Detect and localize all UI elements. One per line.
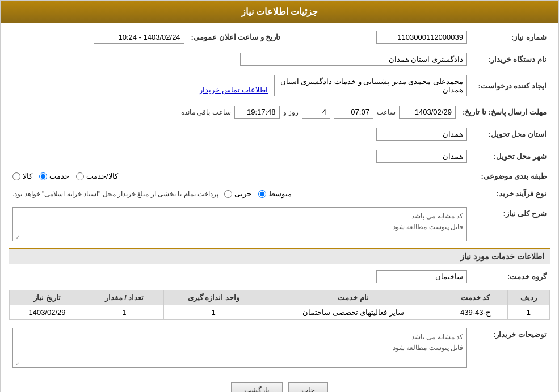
process-motavasset-radio[interactable] (258, 190, 266, 198)
tabaqe-kala-khedmat-radio[interactable] (76, 172, 84, 180)
cell-naam: سایر فعالیتهای تخصصی ساختمان (263, 305, 443, 320)
tozihat-resize-corner: ↙ (14, 360, 20, 366)
chap-button[interactable]: چاپ (288, 382, 328, 392)
mohlat-time-label: ساعت (377, 108, 396, 116)
resize-corner: ↙ (14, 234, 20, 239)
sharh-cell: کد مشابه می باشد فایل پیوست مطالعه شود ↙ (9, 205, 470, 243)
col-naam: نام خدمت (263, 290, 443, 305)
tabaqe-kala-radio[interactable] (12, 172, 20, 180)
tozihat-label: توضیحات خریدار: (470, 326, 550, 370)
mohlat-date: 1403/02/29 (399, 106, 456, 119)
services-section-title: اطلاعات خدمات مورد نیاز (9, 248, 550, 264)
table-row: 1 ج-43-439 سایر فعالیتهای تخصصی ساختمان … (10, 305, 550, 320)
cell-tarikh: 1403/02/29 (10, 305, 85, 320)
process-jozii-label: جزیی (234, 189, 251, 198)
process-row: پرداخت تمام یا بخشی از مبلغ خریداز محل "… (12, 189, 467, 198)
info-table-group: گروه خدمت: ساختمان (9, 268, 550, 285)
process-radio-group: جزیی متوسط (224, 189, 292, 198)
shahr-label: شهر محل تحویل: (470, 147, 550, 165)
mohlat-label: مهلت ارسال پاسخ: تا تاریخ: (459, 103, 550, 121)
nam-dastgah-label: نام دستگاه خریدار: (470, 50, 550, 68)
mohlat-remaining: 19:17:48 (234, 106, 280, 119)
tarikh-elan-label: تاریخ و ساعت اعلان عمومی: (188, 28, 292, 46)
mohlat-row: 1403/02/29 ساعت 07:07 4 روز و 19:17:48 س… (12, 106, 456, 119)
tabaqe-kala-label: کالا (23, 172, 32, 180)
page-title: جزئیات اطلاعات نیاز (241, 7, 318, 16)
tozihat-box: کد مشابه می باشد فایل پیوست مطالعه شود ↙ (12, 328, 467, 368)
sharh-line2: فایل پیوست مطالعه شود (16, 222, 463, 233)
ijad-konande-cell: محمدعلی محمدی مدیر پشتیبانی و خدمات دادگ… (9, 73, 470, 99)
nam-dastgah-cell: دادگستری استان همدان (9, 50, 470, 68)
info-table-tozihat: توضیحات خریدار: کد مشابه می باشد فایل پی… (9, 326, 550, 370)
tabaqe-kala-item: کالا (12, 172, 32, 180)
info-table-1: شماره نیاز: 1103000112000039 تاریخ و ساع… (9, 28, 550, 46)
info-table-6: شهر محل تحویل: همدان (9, 147, 550, 165)
sharh-line1: کد مشابه می باشد (16, 211, 463, 222)
group-service-label: گروه خدمت: (470, 268, 550, 285)
page-header: جزئیات اطلاعات نیاز (1, 1, 558, 23)
cell-tedad: 1 (85, 305, 163, 320)
ijad-konande-label: ایجاد کننده درخواست: (470, 73, 550, 99)
sharh-box: کد مشابه می باشد فایل پیوست مطالعه شود ↙ (12, 207, 467, 241)
col-tarikh: تاریخ نیاز (10, 290, 85, 305)
col-kod: کد خدمت (443, 290, 507, 305)
ostan-value: همدان (376, 128, 467, 141)
services-table: ردیف کد خدمت نام خدمت واحد اندازه گیری ت… (9, 290, 550, 320)
info-table-5: استان محل تحویل: همدان (9, 125, 550, 143)
tabaqe-khedmat-item: خدمت (39, 172, 69, 180)
tozihat-line2: فایل پیوست مطالعه شود (16, 343, 463, 353)
page-wrapper: جزئیات اطلاعات نیاز شماره نیاز: 11030001… (0, 0, 559, 392)
shomara-niaz-cell: 1103000112000039 (292, 28, 470, 46)
sharh-label: شرح کلی نیاز: (470, 205, 550, 243)
info-table-sharh: شرح کلی نیاز: کد مشابه می باشد فایل پیوس… (9, 205, 550, 243)
group-service-cell: ساختمان (9, 268, 470, 285)
info-table-2: نام دستگاه خریدار: دادگستری استان همدان (9, 50, 550, 68)
info-table-7: طبقه بندی موضوعی: کالا خدمت کالا/خدمت (9, 170, 550, 183)
shahr-value: همدان (376, 150, 467, 163)
tabaqe-radio-group: کالا خدمت کالا/خدمت (12, 172, 467, 180)
process-label: نوع فرآیند خرید: (470, 187, 550, 200)
process-motavasset-label: متوسط (268, 189, 292, 198)
tarikh-elan-value: 1403/02/24 - 10:24 (94, 31, 184, 44)
col-tedad: تعداد / مقدار (85, 290, 163, 305)
tabaqe-kala-khedmat-item: کالا/خدمت (76, 172, 118, 180)
process-cell: پرداخت تمام یا بخشی از مبلغ خریداز محل "… (9, 187, 470, 200)
sharh-wrapper: کد مشابه می باشد فایل پیوست مطالعه شود ↙ (12, 207, 467, 241)
mohlat-time: 07:07 (334, 106, 373, 119)
shomara-niaz-label: شماره نیاز: (470, 28, 550, 46)
cell-vahed: 1 (163, 305, 263, 320)
tabaqe-khedmat-label: خدمت (49, 172, 69, 180)
tozihat-cell: کد مشابه می باشد فایل پیوست مطالعه شود ↙ (9, 326, 470, 370)
shahr-cell: همدان (9, 147, 470, 165)
process-jozii-radio[interactable] (224, 190, 232, 198)
cell-radif: 1 (507, 305, 549, 320)
mohlat-roz: 4 (302, 106, 330, 119)
nam-dastgah-value: دادگستری استان همدان (240, 53, 467, 66)
ijad-konande-value: محمدعلی محمدی مدیر پشتیبانی و خدمات دادگ… (274, 75, 467, 96)
bottom-buttons: چاپ بازگشت (9, 376, 550, 392)
tarikh-elan-cell: 1403/02/24 - 10:24 (9, 28, 188, 46)
process-motavasset-item: متوسط (258, 189, 292, 198)
shomara-niaz-value: 1103000112000039 (376, 31, 467, 44)
tabaqe-kala-khedmat-label: کالا/خدمت (86, 172, 118, 180)
process-jozii-item: جزیی (224, 189, 251, 198)
tabaqe-khedmat-radio[interactable] (39, 172, 47, 180)
contact-link[interactable]: اطلاعات تماس خریدار (199, 86, 268, 94)
col-vahed: واحد اندازه گیری (163, 290, 263, 305)
ostan-cell: همدان (9, 125, 470, 143)
bazgasht-button[interactable]: بازگشت (231, 382, 283, 392)
tozihat-line1: کد مشابه می باشد (16, 332, 463, 343)
ostan-label: استان محل تحویل: (470, 125, 550, 143)
mohlat-cell: 1403/02/29 ساعت 07:07 4 روز و 19:17:48 س… (9, 103, 459, 121)
tabaqe-label: طبقه بندی موضوعی: (470, 170, 550, 183)
tabaqe-cell: کالا خدمت کالا/خدمت (9, 170, 470, 183)
info-table-8: نوع فرآیند خرید: پرداخت تمام یا بخشی از … (9, 187, 550, 200)
info-table-3: ایجاد کننده درخواست: محمدعلی محمدی مدیر … (9, 73, 550, 99)
process-desc: پرداخت تمام یا بخشی از مبلغ خریداز محل "… (12, 190, 218, 198)
group-service-value: ساختمان (376, 270, 467, 283)
content-area: شماره نیاز: 1103000112000039 تاریخ و ساع… (1, 23, 558, 392)
info-table-4: مهلت ارسال پاسخ: تا تاریخ: 1403/02/29 سا… (9, 103, 550, 121)
col-radif: ردیف (507, 290, 549, 305)
mohlat-saat-label: ساعت باقی مانده (181, 108, 231, 116)
cell-kod: ج-43-439 (443, 305, 507, 320)
